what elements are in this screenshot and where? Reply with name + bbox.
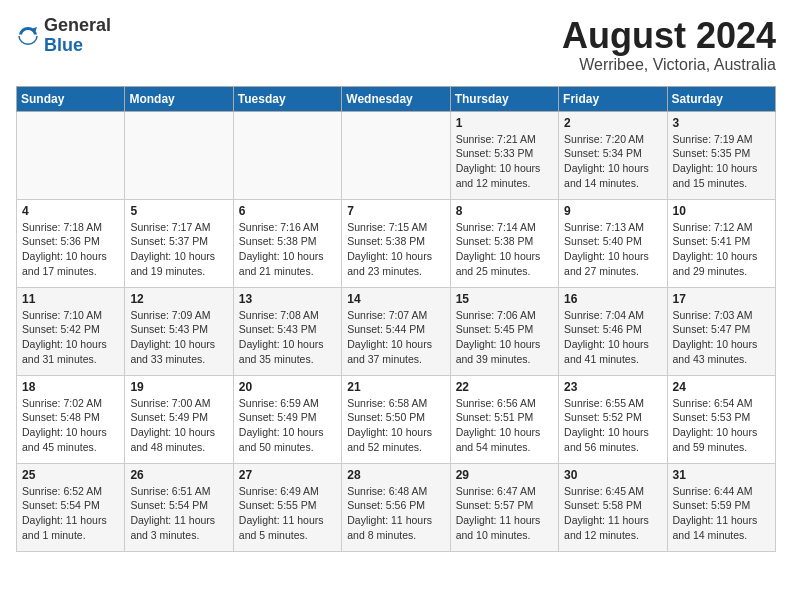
- calendar-cell: 28Sunrise: 6:48 AM Sunset: 5:56 PM Dayli…: [342, 463, 450, 551]
- day-number: 25: [22, 468, 119, 482]
- weekday-header: Friday: [559, 86, 667, 111]
- day-number: 19: [130, 380, 227, 394]
- calendar-cell: 17Sunrise: 7:03 AM Sunset: 5:47 PM Dayli…: [667, 287, 775, 375]
- day-info: Sunrise: 6:54 AM Sunset: 5:53 PM Dayligh…: [673, 396, 770, 455]
- calendar-week-row: 1Sunrise: 7:21 AM Sunset: 5:33 PM Daylig…: [17, 111, 776, 199]
- day-info: Sunrise: 7:12 AM Sunset: 5:41 PM Dayligh…: [673, 220, 770, 279]
- day-number: 24: [673, 380, 770, 394]
- day-info: Sunrise: 7:18 AM Sunset: 5:36 PM Dayligh…: [22, 220, 119, 279]
- calendar-cell: 19Sunrise: 7:00 AM Sunset: 5:49 PM Dayli…: [125, 375, 233, 463]
- page-header: General Blue August 2024 Werribee, Victo…: [16, 16, 776, 74]
- day-number: 9: [564, 204, 661, 218]
- weekday-header: Thursday: [450, 86, 558, 111]
- day-info: Sunrise: 7:07 AM Sunset: 5:44 PM Dayligh…: [347, 308, 444, 367]
- calendar-table: SundayMondayTuesdayWednesdayThursdayFrid…: [16, 86, 776, 552]
- month-title: August 2024: [562, 16, 776, 56]
- calendar-cell: 4Sunrise: 7:18 AM Sunset: 5:36 PM Daylig…: [17, 199, 125, 287]
- location-title: Werribee, Victoria, Australia: [562, 56, 776, 74]
- day-info: Sunrise: 7:13 AM Sunset: 5:40 PM Dayligh…: [564, 220, 661, 279]
- day-number: 10: [673, 204, 770, 218]
- logo-blue: Blue: [44, 35, 83, 55]
- day-info: Sunrise: 7:08 AM Sunset: 5:43 PM Dayligh…: [239, 308, 336, 367]
- calendar-cell: 14Sunrise: 7:07 AM Sunset: 5:44 PM Dayli…: [342, 287, 450, 375]
- day-number: 28: [347, 468, 444, 482]
- calendar-week-row: 18Sunrise: 7:02 AM Sunset: 5:48 PM Dayli…: [17, 375, 776, 463]
- weekday-header: Monday: [125, 86, 233, 111]
- day-number: 30: [564, 468, 661, 482]
- weekday-header: Sunday: [17, 86, 125, 111]
- day-info: Sunrise: 7:21 AM Sunset: 5:33 PM Dayligh…: [456, 132, 553, 191]
- day-number: 2: [564, 116, 661, 130]
- day-info: Sunrise: 6:55 AM Sunset: 5:52 PM Dayligh…: [564, 396, 661, 455]
- calendar-cell: 12Sunrise: 7:09 AM Sunset: 5:43 PM Dayli…: [125, 287, 233, 375]
- day-number: 12: [130, 292, 227, 306]
- day-number: 4: [22, 204, 119, 218]
- calendar-cell: 5Sunrise: 7:17 AM Sunset: 5:37 PM Daylig…: [125, 199, 233, 287]
- day-number: 6: [239, 204, 336, 218]
- day-info: Sunrise: 6:47 AM Sunset: 5:57 PM Dayligh…: [456, 484, 553, 543]
- logo-text: General Blue: [44, 16, 111, 56]
- weekday-header-row: SundayMondayTuesdayWednesdayThursdayFrid…: [17, 86, 776, 111]
- day-number: 13: [239, 292, 336, 306]
- calendar-cell: [125, 111, 233, 199]
- calendar-cell: 13Sunrise: 7:08 AM Sunset: 5:43 PM Dayli…: [233, 287, 341, 375]
- calendar-cell: 18Sunrise: 7:02 AM Sunset: 5:48 PM Dayli…: [17, 375, 125, 463]
- day-info: Sunrise: 6:44 AM Sunset: 5:59 PM Dayligh…: [673, 484, 770, 543]
- day-info: Sunrise: 7:06 AM Sunset: 5:45 PM Dayligh…: [456, 308, 553, 367]
- day-number: 22: [456, 380, 553, 394]
- day-number: 5: [130, 204, 227, 218]
- day-number: 16: [564, 292, 661, 306]
- calendar-cell: 8Sunrise: 7:14 AM Sunset: 5:38 PM Daylig…: [450, 199, 558, 287]
- day-info: Sunrise: 7:16 AM Sunset: 5:38 PM Dayligh…: [239, 220, 336, 279]
- day-info: Sunrise: 7:02 AM Sunset: 5:48 PM Dayligh…: [22, 396, 119, 455]
- day-number: 17: [673, 292, 770, 306]
- calendar-cell: 11Sunrise: 7:10 AM Sunset: 5:42 PM Dayli…: [17, 287, 125, 375]
- day-info: Sunrise: 6:52 AM Sunset: 5:54 PM Dayligh…: [22, 484, 119, 543]
- day-info: Sunrise: 6:59 AM Sunset: 5:49 PM Dayligh…: [239, 396, 336, 455]
- day-info: Sunrise: 6:51 AM Sunset: 5:54 PM Dayligh…: [130, 484, 227, 543]
- weekday-header: Tuesday: [233, 86, 341, 111]
- calendar-week-row: 11Sunrise: 7:10 AM Sunset: 5:42 PM Dayli…: [17, 287, 776, 375]
- day-number: 18: [22, 380, 119, 394]
- calendar-cell: 29Sunrise: 6:47 AM Sunset: 5:57 PM Dayli…: [450, 463, 558, 551]
- day-number: 21: [347, 380, 444, 394]
- day-number: 14: [347, 292, 444, 306]
- day-info: Sunrise: 7:10 AM Sunset: 5:42 PM Dayligh…: [22, 308, 119, 367]
- calendar-cell: 3Sunrise: 7:19 AM Sunset: 5:35 PM Daylig…: [667, 111, 775, 199]
- day-info: Sunrise: 7:00 AM Sunset: 5:49 PM Dayligh…: [130, 396, 227, 455]
- calendar-week-row: 4Sunrise: 7:18 AM Sunset: 5:36 PM Daylig…: [17, 199, 776, 287]
- day-number: 20: [239, 380, 336, 394]
- logo-icon: [16, 24, 40, 48]
- day-info: Sunrise: 7:03 AM Sunset: 5:47 PM Dayligh…: [673, 308, 770, 367]
- calendar-cell: 25Sunrise: 6:52 AM Sunset: 5:54 PM Dayli…: [17, 463, 125, 551]
- day-number: 15: [456, 292, 553, 306]
- day-info: Sunrise: 7:17 AM Sunset: 5:37 PM Dayligh…: [130, 220, 227, 279]
- calendar-cell: [342, 111, 450, 199]
- day-info: Sunrise: 7:04 AM Sunset: 5:46 PM Dayligh…: [564, 308, 661, 367]
- day-info: Sunrise: 7:15 AM Sunset: 5:38 PM Dayligh…: [347, 220, 444, 279]
- logo: General Blue: [16, 16, 111, 56]
- day-number: 3: [673, 116, 770, 130]
- calendar-cell: 23Sunrise: 6:55 AM Sunset: 5:52 PM Dayli…: [559, 375, 667, 463]
- calendar-cell: 15Sunrise: 7:06 AM Sunset: 5:45 PM Dayli…: [450, 287, 558, 375]
- calendar-cell: 24Sunrise: 6:54 AM Sunset: 5:53 PM Dayli…: [667, 375, 775, 463]
- day-number: 23: [564, 380, 661, 394]
- logo-general: General: [44, 15, 111, 35]
- calendar-cell: 27Sunrise: 6:49 AM Sunset: 5:55 PM Dayli…: [233, 463, 341, 551]
- calendar-cell: 30Sunrise: 6:45 AM Sunset: 5:58 PM Dayli…: [559, 463, 667, 551]
- day-info: Sunrise: 6:49 AM Sunset: 5:55 PM Dayligh…: [239, 484, 336, 543]
- calendar-cell: 10Sunrise: 7:12 AM Sunset: 5:41 PM Dayli…: [667, 199, 775, 287]
- day-info: Sunrise: 6:58 AM Sunset: 5:50 PM Dayligh…: [347, 396, 444, 455]
- day-info: Sunrise: 7:20 AM Sunset: 5:34 PM Dayligh…: [564, 132, 661, 191]
- calendar-cell: 9Sunrise: 7:13 AM Sunset: 5:40 PM Daylig…: [559, 199, 667, 287]
- calendar-cell: 22Sunrise: 6:56 AM Sunset: 5:51 PM Dayli…: [450, 375, 558, 463]
- title-block: August 2024 Werribee, Victoria, Australi…: [562, 16, 776, 74]
- calendar-cell: 31Sunrise: 6:44 AM Sunset: 5:59 PM Dayli…: [667, 463, 775, 551]
- calendar-cell: [17, 111, 125, 199]
- day-number: 7: [347, 204, 444, 218]
- day-info: Sunrise: 6:56 AM Sunset: 5:51 PM Dayligh…: [456, 396, 553, 455]
- day-number: 29: [456, 468, 553, 482]
- day-number: 31: [673, 468, 770, 482]
- calendar-cell: 7Sunrise: 7:15 AM Sunset: 5:38 PM Daylig…: [342, 199, 450, 287]
- calendar-cell: 2Sunrise: 7:20 AM Sunset: 5:34 PM Daylig…: [559, 111, 667, 199]
